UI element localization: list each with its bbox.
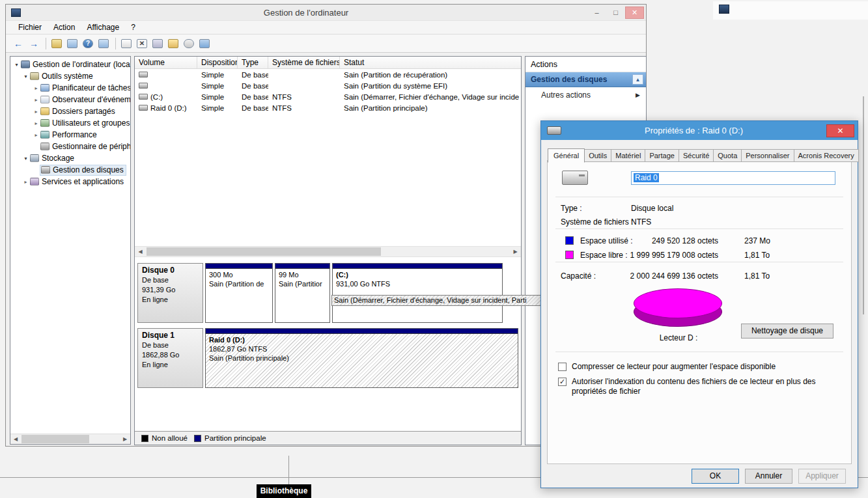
expand-arrow-icon[interactable]: ▸	[33, 97, 40, 103]
scrollbar-thumb[interactable]	[147, 247, 381, 256]
volume-icon	[139, 83, 148, 89]
forward-icon[interactable]: →	[27, 37, 41, 50]
properties-icon[interactable]	[152, 39, 163, 48]
back-icon[interactable]: ←	[11, 37, 25, 50]
tree-item-outils-systeme[interactable]: ▾ Outils système	[12, 70, 130, 82]
volume-row[interactable]: Simple De base Sain (Partition du systèm…	[135, 80, 521, 91]
tree-item-utilisateurs[interactable]: ▸ Utilisateurs et groupes l	[12, 117, 130, 129]
scroll-right-icon[interactable]: ▶	[120, 434, 130, 444]
dialog-title-bar[interactable]: Propriétés de : Raid 0 (D:) ✕	[541, 121, 858, 140]
volume-list-horizontal-scrollbar[interactable]: ◀ ▶	[135, 246, 521, 257]
compress-checkbox-label: Compresser ce lecteur pour augmenter l'e…	[572, 362, 776, 372]
tree-item-stockage[interactable]: ▾ Stockage	[12, 152, 130, 164]
ok-button[interactable]: OK	[692, 469, 739, 484]
task-scheduler-icon	[40, 84, 49, 92]
chart-icon[interactable]	[199, 39, 210, 48]
disk-usage-pie-chart	[634, 288, 723, 327]
scroll-left-icon[interactable]: ◀	[135, 247, 146, 256]
expand-arrow-icon[interactable]: ▸	[22, 179, 29, 185]
search-icon[interactable]	[184, 39, 194, 48]
open-folder-icon[interactable]	[168, 39, 178, 48]
tree-item-gestion-des-disques[interactable]: Gestion des disques	[12, 164, 130, 176]
expand-arrow-icon[interactable]: ▾	[22, 74, 29, 79]
column-header-volume[interactable]: Volume	[135, 57, 197, 68]
export-list-icon[interactable]	[121, 39, 132, 48]
console-tree-icon[interactable]	[67, 39, 77, 48]
menu-action[interactable]: Action	[48, 21, 81, 33]
actions-autres-actions[interactable]: Autres actions ▶	[525, 87, 646, 102]
tab-partage[interactable]: Partage	[645, 149, 679, 162]
expand-arrow-icon[interactable]: ▾	[13, 62, 20, 68]
index-checkbox-label: Autoriser l'indexation du contenu des fi…	[572, 377, 848, 396]
tree-item-observateur[interactable]: ▸ Observateur d'événeme	[12, 94, 130, 105]
close-button[interactable]: ✕	[625, 7, 644, 19]
expand-arrow-icon[interactable]: ▾	[22, 156, 29, 161]
tab-quota[interactable]: Quota	[714, 149, 742, 162]
column-header-disposition[interactable]: Disposition	[197, 57, 238, 68]
legend-bar: Non alloué Partition principale	[135, 431, 521, 445]
tree-item-root[interactable]: ▾ Gestion de l'ordinateur (local)	[12, 59, 130, 70]
expand-arrow-icon[interactable]: ▸	[33, 85, 40, 91]
partition-efi[interactable]: 99 Mo Sain (Partitior	[275, 263, 330, 323]
tree-horizontal-scrollbar[interactable]: ◀ ▶	[10, 434, 130, 444]
expand-arrow-icon[interactable]: ▸	[33, 132, 40, 138]
toolbar: ← → ? ✕	[6, 35, 646, 53]
volume-row[interactable]: Raid 0 (D:) Simple De base NTFS Sain (Pa…	[135, 102, 521, 113]
tab-securite[interactable]: Sécurité	[679, 149, 714, 162]
column-header-type[interactable]: Type	[238, 57, 268, 68]
partition-recovery[interactable]: 300 Mo Sain (Partition de	[205, 263, 273, 323]
column-header-statut[interactable]: Statut	[340, 57, 521, 68]
actions-group-gestion-des-disques[interactable]: Gestion des disques ▲	[525, 72, 646, 87]
console-tree-panel: ▾ Gestion de l'ordinateur (local) ▾ Outi…	[10, 56, 131, 445]
partition-raid0-d[interactable]: Raid 0 (D:) 1862,87 Go NTFS Sain (Partit…	[205, 328, 518, 388]
partition-color-band	[206, 329, 518, 334]
expand-arrow-icon[interactable]: ▸	[33, 109, 40, 115]
tab-acronis-recovery[interactable]: Acronis Recovery	[794, 149, 859, 162]
disk-1-header[interactable]: Disque 1 De base 1862,88 Go En ligne	[137, 328, 203, 388]
taskbar-tooltip-bibliotheque: Bibliothèque	[257, 484, 311, 498]
menu-fichier[interactable]: Fichier	[12, 21, 48, 33]
scrollbar-thumb[interactable]	[21, 435, 89, 443]
view-list-icon[interactable]	[98, 39, 109, 48]
capacity-label: Capacité :	[561, 271, 596, 281]
help-icon[interactable]: ?	[83, 39, 93, 48]
separator	[555, 197, 843, 197]
tab-general[interactable]: Général	[548, 148, 585, 163]
tree-item-services-applications[interactable]: ▸ Services et applications	[12, 176, 130, 187]
compress-checkbox[interactable]	[558, 363, 567, 371]
background-vertical-line	[288, 456, 289, 485]
menu-help[interactable]: ?	[125, 21, 141, 33]
tree-item-gestionnaire-peripheriques[interactable]: Gestionnaire de périphé	[12, 141, 130, 152]
menu-affichage[interactable]: Affichage	[81, 21, 125, 33]
tab-personnaliser[interactable]: Personnaliser	[742, 149, 794, 162]
tab-materiel[interactable]: Matériel	[611, 149, 645, 162]
scroll-right-icon[interactable]: ▶	[510, 247, 521, 256]
collapse-chevron-icon[interactable]: ▲	[632, 74, 643, 85]
general-tab-page: Raid 0 Type : Disque local Système de fi…	[547, 160, 852, 464]
tree-item-performance[interactable]: ▸ Performance	[12, 129, 130, 141]
expand-arrow-icon[interactable]: ▸	[33, 120, 40, 126]
volume-row[interactable]: (C:) Simple De base NTFS Sain (Démarrer,…	[135, 91, 521, 102]
index-checkbox[interactable]: ✓	[558, 378, 567, 386]
minimize-button[interactable]: –	[587, 7, 606, 19]
used-space-bytes: 249 520 128 octets	[624, 236, 718, 245]
menu-bar: Fichier Action Affichage ?	[6, 20, 646, 35]
disk-cleanup-button[interactable]: Nettoyage de disque	[741, 324, 833, 339]
cancel-button[interactable]: Annuler	[745, 469, 792, 484]
maximize-button[interactable]: □	[606, 7, 625, 19]
delete-icon[interactable]: ✕	[137, 39, 147, 48]
background-right-edge-line	[863, 96, 864, 314]
scroll-left-icon[interactable]: ◀	[10, 434, 21, 444]
up-level-icon[interactable]	[51, 39, 62, 48]
apply-button[interactable]: Appliquer	[798, 469, 846, 484]
title-bar[interactable]: Gestion de l'ordinateur – □ ✕	[6, 5, 646, 20]
dialog-close-button[interactable]: ✕	[826, 124, 854, 137]
volume-row[interactable]: Simple De base Sain (Partition de récupé…	[135, 69, 521, 80]
disk-0-header[interactable]: Disque 0 De base 931,39 Go En ligne	[137, 263, 203, 323]
column-header-systeme-fichiers[interactable]: Système de fichiers	[268, 57, 340, 68]
tab-outils[interactable]: Outils	[585, 149, 611, 162]
tree-item-planificateur[interactable]: ▸ Planificateur de tâches	[12, 82, 130, 94]
tree-item-dossiers-partages[interactable]: ▸ Dossiers partagés	[12, 105, 130, 117]
partition-c[interactable]: (C:) 931,00 Go NTFS	[332, 263, 503, 323]
volume-label-input[interactable]: Raid 0	[631, 171, 835, 185]
